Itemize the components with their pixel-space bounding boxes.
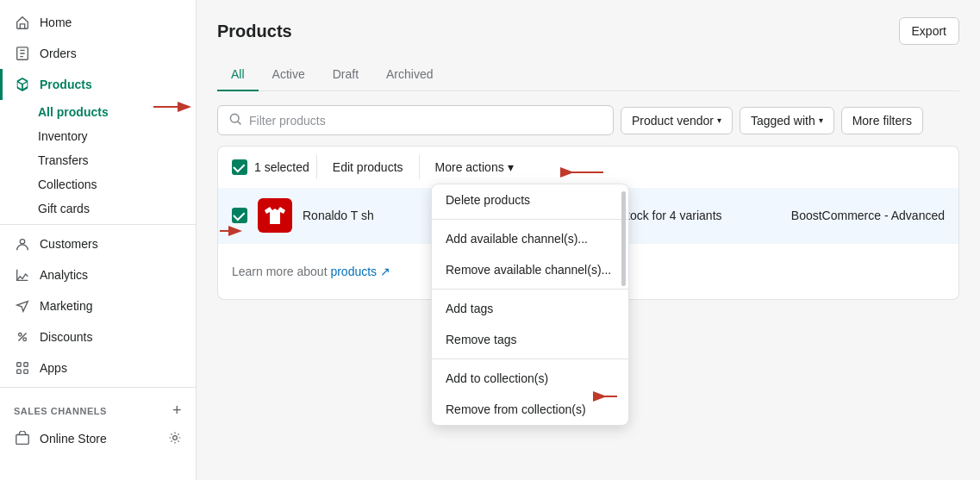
dropdown-scrollbar xyxy=(621,191,626,286)
sidebar-item-discounts[interactable]: Discounts xyxy=(0,321,196,352)
sidebar-item-home[interactable]: Home xyxy=(0,7,196,38)
select-all-checkbox[interactable] xyxy=(232,159,247,175)
online-store-settings-icon[interactable] xyxy=(168,431,182,447)
sidebar-item-products[interactable]: Products xyxy=(0,69,196,100)
sidebar-item-orders[interactable]: Orders xyxy=(0,38,196,69)
dropdown-remove-collection[interactable]: Remove from collection(s) xyxy=(432,394,628,425)
dropdown-add-collection[interactable]: Add to collection(s) xyxy=(432,363,628,394)
sales-channels-label: SALES CHANNELS xyxy=(14,406,107,416)
home-icon xyxy=(14,14,31,31)
tagged-caret-icon: ▾ xyxy=(819,115,823,125)
more-actions-caret-icon: ▾ xyxy=(508,160,514,174)
svg-rect-6 xyxy=(17,370,22,374)
page-title: Products xyxy=(217,22,292,41)
product-thumbnail xyxy=(258,198,292,233)
svg-point-10 xyxy=(230,114,239,122)
all-products-label: All products xyxy=(38,105,109,119)
svg-point-1 xyxy=(20,240,24,244)
sidebar-marketing-label: Marketing xyxy=(40,299,92,313)
filter-bar: Product vendor ▾ Tagged with ▾ More filt… xyxy=(217,105,959,135)
more-filters-label: More filters xyxy=(852,114,912,128)
sidebar-item-orders-label: Orders xyxy=(40,47,77,60)
tagged-with-label: Tagged with xyxy=(751,114,815,128)
dropdown-remove-channel[interactable]: Remove available channel(s)... xyxy=(432,254,628,285)
action-separator-1 xyxy=(316,155,317,179)
collections-label: Collections xyxy=(38,178,97,191)
sidebar-discounts-label: Discounts xyxy=(40,330,92,344)
inventory-label: Inventory xyxy=(38,129,88,143)
tab-draft[interactable]: Draft xyxy=(319,59,372,91)
dropdown-add-channel[interactable]: Add available channel(s)... xyxy=(432,223,628,254)
sidebar-apps-label: Apps xyxy=(40,361,67,375)
add-channel-icon[interactable]: + xyxy=(172,402,182,420)
svg-rect-8 xyxy=(16,435,28,445)
empty-note-text: Learn more about xyxy=(232,265,330,278)
gift-cards-label: Gift cards xyxy=(38,202,90,215)
action-bar: 1 selected Edit products More actions ▾ xyxy=(217,146,959,188)
sidebar-sub-gift-cards[interactable]: Gift cards xyxy=(0,196,196,221)
products-link[interactable]: products ↗ xyxy=(330,265,390,278)
sidebar-divider-2 xyxy=(0,387,196,388)
sidebar-sub-collections[interactable]: Collections xyxy=(0,172,196,196)
tab-all[interactable]: All xyxy=(217,59,259,91)
checkbox-selected-wrap: 1 selected xyxy=(232,159,309,175)
action-separator-2 xyxy=(419,155,420,179)
product-tabs: All Active Draft Archived xyxy=(217,59,959,91)
sidebar-divider-1 xyxy=(0,224,196,225)
more-actions-dropdown: Delete products Add available channel(s)… xyxy=(431,184,629,426)
apps-icon xyxy=(14,359,31,377)
search-input[interactable] xyxy=(249,114,602,128)
sidebar-sub-all-products[interactable]: All products xyxy=(0,100,196,124)
page-header: Products Export xyxy=(217,17,959,45)
search-icon xyxy=(228,112,242,128)
svg-rect-7 xyxy=(24,370,28,374)
svg-point-3 xyxy=(23,338,27,341)
svg-rect-5 xyxy=(24,363,28,367)
search-input-wrap[interactable] xyxy=(217,105,614,135)
export-button[interactable]: Export xyxy=(899,17,959,45)
svg-point-9 xyxy=(173,435,178,439)
product-vendor-filter[interactable]: Product vendor ▾ xyxy=(621,107,733,134)
sidebar-item-online-store[interactable]: Online Store xyxy=(0,423,196,454)
edit-products-button[interactable]: Edit products xyxy=(324,155,412,179)
product-vendor-label: Product vendor xyxy=(632,114,714,128)
sidebar-item-products-label: Products xyxy=(40,78,92,91)
transfers-label: Transfers xyxy=(38,153,89,167)
selected-count-label: 1 selected xyxy=(254,160,309,174)
sidebar-sub-inventory[interactable]: Inventory xyxy=(0,124,196,148)
sales-channels-section: SALES CHANNELS + xyxy=(0,391,196,423)
sidebar-item-marketing[interactable]: Marketing xyxy=(0,290,196,321)
dropdown-divider-3 xyxy=(432,358,628,359)
dropdown-delete-products[interactable]: Delete products xyxy=(432,184,628,215)
more-actions-label: More actions xyxy=(435,160,504,174)
product-row-checkbox[interactable] xyxy=(232,208,247,223)
tab-active[interactable]: Active xyxy=(259,59,319,91)
svg-point-2 xyxy=(19,334,22,337)
orders-icon xyxy=(14,45,31,62)
sidebar-item-customers[interactable]: Customers xyxy=(0,228,196,259)
dropdown-remove-tags[interactable]: Remove tags xyxy=(432,324,628,355)
analytics-icon xyxy=(14,266,31,284)
dropdown-add-tags[interactable]: Add tags xyxy=(432,293,628,324)
sidebar-customers-label: Customers xyxy=(40,237,98,251)
sidebar: Home Orders Products All products Invent… xyxy=(0,0,197,480)
online-store-label: Online Store xyxy=(40,432,107,446)
sidebar-analytics-label: Analytics xyxy=(40,268,88,282)
sidebar-item-home-label: Home xyxy=(40,16,72,29)
tagged-with-filter[interactable]: Tagged with ▾ xyxy=(740,107,834,134)
more-actions-button[interactable]: More actions ▾ xyxy=(427,155,522,179)
sidebar-item-analytics[interactable]: Analytics xyxy=(0,259,196,290)
more-filters-button[interactable]: More filters xyxy=(841,107,923,134)
product-vendor: BoostCommerce - Advanced xyxy=(791,209,945,222)
customers-icon xyxy=(14,235,31,252)
online-store-icon xyxy=(14,430,31,447)
main-content: Products Export All Active Draft Archive… xyxy=(197,0,980,480)
vendor-caret-icon: ▾ xyxy=(717,115,721,125)
discounts-icon xyxy=(14,328,31,346)
tab-archived[interactable]: Archived xyxy=(372,59,446,91)
dropdown-divider-1 xyxy=(432,219,628,220)
sidebar-item-apps[interactable]: Apps xyxy=(0,352,196,383)
products-icon xyxy=(14,76,31,93)
sidebar-sub-transfers[interactable]: Transfers xyxy=(0,148,196,172)
dropdown-divider-2 xyxy=(432,289,628,290)
